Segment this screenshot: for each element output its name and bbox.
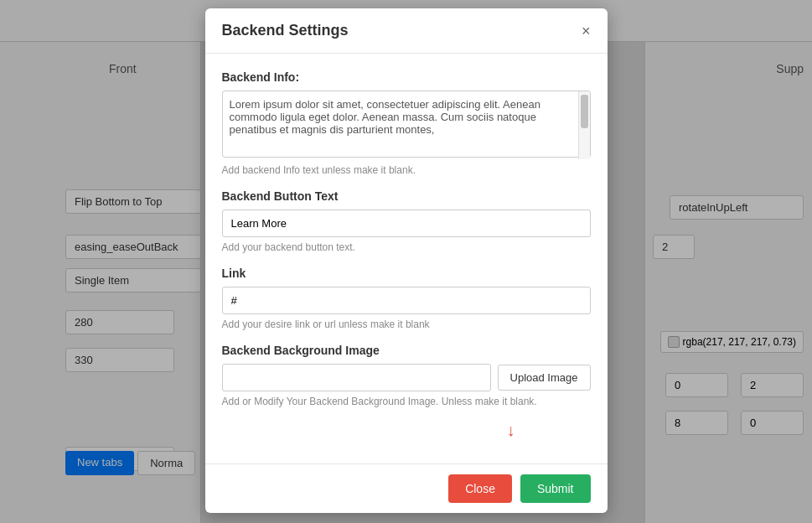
bg-image-input[interactable] (222, 364, 491, 391)
modal-title: Backend Settings (222, 22, 349, 39)
link-section: Link Add your desire link or url unless … (222, 267, 591, 330)
submit-button[interactable]: Submit (520, 474, 591, 503)
link-hint: Add your desire link or url unless make … (222, 318, 591, 330)
bg-image-hint: Add or Modify Your Backend Background Im… (222, 396, 591, 407)
upload-image-button[interactable]: Upload Image (498, 365, 591, 391)
modal-footer: Close Submit (205, 463, 608, 513)
modal-close-button[interactable]: × (582, 23, 591, 39)
arrow-down-indicator: ↓ (222, 421, 591, 440)
textarea-scrollbar (578, 91, 590, 159)
backend-info-section: Backend Info: Lorem ipsum dolor sit amet… (222, 70, 591, 176)
bg-image-section: Backend Background Image Upload Image Ad… (222, 344, 591, 407)
link-input[interactable] (222, 287, 591, 314)
modal-header: Backend Settings × (205, 8, 608, 54)
modal-body: Backend Info: Lorem ipsum dolor sit amet… (205, 54, 608, 463)
backend-info-label: Backend Info: (222, 70, 591, 84)
close-button[interactable]: Close (448, 474, 512, 503)
upload-row: Upload Image (222, 364, 591, 391)
backend-info-wrapper: Lorem ipsum dolor sit amet, consectetuer… (222, 91, 591, 160)
bg-image-label: Backend Background Image (222, 344, 591, 357)
link-label: Link (222, 267, 591, 280)
backend-button-input[interactable] (222, 210, 591, 237)
scrollbar-thumb (581, 95, 588, 128)
modal-overlay: Backend Settings × Backend Info: Lorem i… (0, 0, 812, 523)
backend-button-label: Backend Button Text (222, 189, 591, 203)
backend-button-hint: Add your backend button text. (222, 241, 591, 253)
backend-button-section: Backend Button Text Add your backend but… (222, 189, 591, 253)
backend-info-textarea[interactable]: Lorem ipsum dolor sit amet, consectetuer… (222, 91, 591, 158)
backend-settings-modal: Backend Settings × Backend Info: Lorem i… (205, 8, 608, 513)
backend-info-hint: Add backend Info text unless make it bla… (222, 164, 591, 176)
